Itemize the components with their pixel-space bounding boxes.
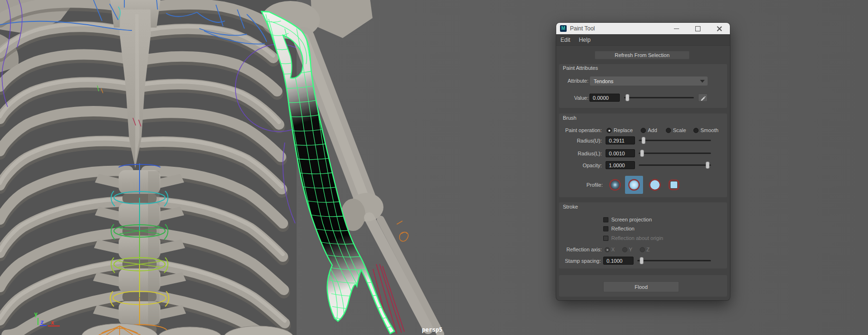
window-menubar: Edit Help [556,34,730,46]
paint-tool-window: M Paint Tool Edit Help Refresh From Sele… [556,23,730,300]
menu-help[interactable]: Help [575,37,595,43]
profile-solid-button[interactable] [649,179,661,191]
paint-operation-label: Paint operation: [556,127,602,133]
reflection-axis-label: Reflection axis: [556,247,602,252]
axis-y-radio [622,247,627,252]
window-titlebar[interactable]: M Paint Tool [556,23,730,34]
brush-profile-gaussian-icon [609,179,621,191]
profile-square-button[interactable] [668,179,680,191]
axis-x-label: x [51,319,54,326]
axis-z-label: z [40,319,44,325]
profile-soft-button[interactable] [628,179,640,191]
refresh-from-selection-button[interactable]: Refresh From Selection [595,51,690,59]
stroke-title: Stroke [563,204,578,210]
radio-scale-label[interactable]: Scale [673,127,686,133]
profile-label: Profile: [556,182,603,188]
maya-app-icon: M [560,25,567,32]
opacity-slider-handle[interactable] [706,162,709,169]
close-icon [717,26,722,31]
flood-button[interactable]: Flood [603,281,679,292]
radio-scale[interactable] [666,128,671,133]
paint-attributes-title: Paint Attributes [563,65,598,71]
opacity-input[interactable] [606,161,635,169]
minimize-icon [674,29,679,29]
opacity-label: Opacity: [556,163,602,168]
radius-l-label: Radius(L): [556,151,602,156]
reflection-about-origin-label: Reflection about origin [611,235,663,241]
radius-l-input[interactable] [606,149,635,157]
radio-smooth-label[interactable]: Smooth [700,127,719,133]
screen-projection-checkbox[interactable] [603,217,608,222]
window-title: Paint Tool [570,25,595,32]
radius-u-label: Radius(U): [556,138,602,144]
stamp-spacing-slider-handle[interactable] [640,257,644,264]
screen-projection-label[interactable]: Screen projection [611,217,652,222]
menu-edit[interactable]: Edit [556,37,575,43]
radius-u-slider-handle[interactable] [642,137,645,144]
value-slider-handle[interactable] [625,94,629,101]
value-picker-button[interactable] [698,94,708,102]
profile-gaussian-button[interactable] [609,179,621,191]
radius-l-slider-handle[interactable] [640,150,644,157]
pencil-icon [700,95,706,101]
value-slider[interactable] [624,94,694,102]
radio-replace[interactable] [607,128,612,133]
axis-z-radio-label: Z [646,247,650,252]
brush-title: Brush [563,115,577,121]
stamp-spacing-slider[interactable] [637,257,711,265]
reflection-checkbox[interactable] [603,226,608,231]
value-label: Value: [560,95,588,101]
radius-u-input[interactable] [606,136,635,144]
camera-label: persp5 [422,326,442,333]
radio-add-label[interactable]: Add [648,127,657,133]
axis-y-label: y [34,311,37,317]
maya-application: y z x persp5 M Paint Tool Edit Help Refr… [0,0,868,335]
attribute-dropdown[interactable]: Tendons [590,77,708,86]
attribute-dropdown-value: Tendons [594,78,614,84]
radio-smooth[interactable] [693,128,699,133]
radius-u-slider[interactable] [639,136,711,144]
stamp-spacing-label: Stamp spacing: [556,258,601,264]
axis-x-radio [605,247,610,252]
radio-replace-label[interactable]: Replace [614,127,633,133]
close-button[interactable] [709,23,730,34]
brush-profile-square-icon [668,179,680,191]
value-input[interactable] [589,94,620,102]
axis-z-radio [640,247,645,252]
radius-l-slider[interactable] [639,149,711,157]
axis-y-radio-label: Y [629,247,632,252]
opacity-slider[interactable] [639,161,711,169]
viewport-3d[interactable]: y z x persp5 [0,0,868,335]
radio-add[interactable] [641,128,646,133]
reflection-label[interactable]: Reflection [611,226,635,231]
brush-profile-solid-icon [649,179,661,191]
maximize-button[interactable] [687,23,709,34]
reflection-about-origin-checkbox [603,236,608,241]
stamp-spacing-input[interactable] [603,257,634,265]
brush-profile-soft-icon [628,179,640,191]
chevron-down-icon [700,80,705,83]
axis-x-radio-label: X [611,247,615,252]
attribute-label: Attribute: [560,78,588,84]
minimize-button[interactable] [666,23,687,34]
maximize-icon [695,26,700,31]
